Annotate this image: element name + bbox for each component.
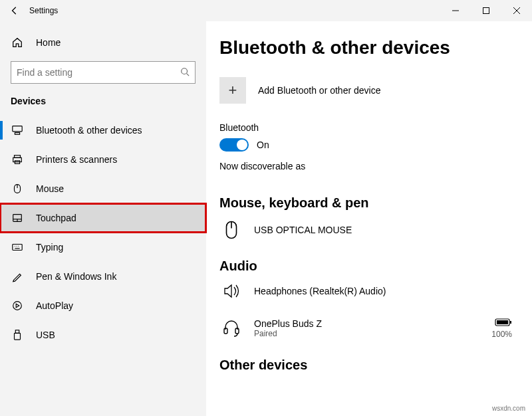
svg-rect-4	[13, 126, 22, 132]
svg-point-15	[15, 246, 15, 247]
devicelist-icon	[11, 124, 24, 136]
device-row-headphones[interactable]: Headphones (Realtek(R) Audio)	[219, 283, 512, 299]
sidebar-item-label: Typing	[36, 242, 63, 253]
sidebar-item-usb[interactable]: USB	[0, 320, 206, 350]
mouse-icon	[11, 183, 24, 195]
battery-status: 100%	[491, 318, 512, 339]
search-field[interactable]	[17, 67, 180, 78]
svg-point-16	[17, 246, 17, 247]
watermark: wsxdn.com	[492, 405, 525, 412]
discoverable-text: Now discoverable as	[219, 161, 512, 171]
bluetooth-heading: Bluetooth	[219, 122, 512, 133]
svg-rect-21	[15, 333, 21, 340]
sidebar-item-printers[interactable]: Printers & scanners	[0, 145, 206, 174]
sidebar-item-bluetooth[interactable]: Bluetooth & other devices	[0, 116, 206, 145]
sidebar-item-label: Touchpad	[36, 213, 76, 223]
svg-line-3	[187, 73, 190, 76]
search-input[interactable]	[11, 61, 196, 84]
sidebar-item-touchpad[interactable]: Touchpad	[0, 203, 206, 233]
close-button[interactable]	[501, 0, 532, 21]
section-audio-heading: Audio	[219, 259, 512, 274]
device-row-mouse[interactable]: USB OPTICAL MOUSE	[219, 220, 512, 240]
device-name: USB OPTICAL MOUSE	[254, 225, 512, 235]
home-button[interactable]: Home	[0, 28, 206, 57]
sidebar-item-label: Mouse	[36, 183, 64, 194]
svg-rect-27	[497, 320, 508, 324]
page-title: Bluetooth & other devices	[219, 37, 512, 58]
bluetooth-toggle[interactable]	[219, 138, 249, 152]
autoplay-icon	[11, 300, 24, 312]
back-button[interactable]	[0, 0, 29, 21]
sidebar-item-typing[interactable]: Typing	[0, 233, 206, 262]
search-icon	[180, 67, 190, 78]
home-icon	[11, 37, 24, 49]
section-mouse-heading: Mouse, keyboard & pen	[219, 195, 512, 211]
device-row-buds[interactable]: OnePlus Buds Z Paired 100%	[219, 318, 512, 339]
svg-rect-20	[15, 330, 19, 334]
sidebar-item-label: Pen & Windows Ink	[36, 271, 116, 282]
minimize-button[interactable]	[440, 0, 471, 21]
maximize-button[interactable]	[471, 0, 501, 21]
printer-icon	[11, 154, 24, 165]
headset-icon	[219, 319, 243, 338]
device-name: OnePlus Buds Z	[254, 318, 481, 329]
battery-percent: 100%	[491, 330, 512, 339]
sidebar-item-label: AutoPlay	[36, 300, 73, 311]
svg-rect-28	[510, 321, 511, 324]
touchpad-icon	[11, 212, 24, 224]
battery-icon	[495, 318, 512, 328]
svg-point-17	[18, 246, 19, 247]
sidebar-item-label: Printers & scanners	[36, 154, 117, 165]
plus-icon: +	[219, 77, 246, 104]
device-status: Paired	[254, 329, 481, 338]
svg-rect-7	[13, 157, 22, 161]
speaker-icon	[219, 283, 243, 299]
sidebar: Home Devices Bluetooth & other devices	[0, 21, 206, 416]
sidebar-item-pen[interactable]: Pen & Windows Ink	[0, 262, 206, 291]
window-title: Settings	[29, 6, 58, 15]
add-device-label: Add Bluetooth or other device	[258, 85, 380, 96]
sidebar-item-label: Bluetooth & other devices	[36, 125, 142, 136]
svg-point-19	[13, 302, 22, 310]
sidebar-item-autoplay[interactable]: AutoPlay	[0, 291, 206, 320]
device-name: Headphones (Realtek(R) Audio)	[254, 286, 512, 296]
keyboard-icon	[11, 241, 24, 253]
sidebar-section-label: Devices	[0, 90, 206, 116]
mouse-icon	[219, 220, 243, 240]
add-device-button[interactable]: + Add Bluetooth or other device	[219, 77, 512, 104]
svg-rect-14	[13, 245, 22, 251]
svg-rect-5	[15, 133, 19, 135]
sidebar-item-mouse[interactable]: Mouse	[0, 174, 206, 203]
svg-rect-1	[483, 8, 489, 14]
section-other-heading: Other devices	[219, 358, 512, 373]
home-label: Home	[36, 37, 61, 48]
pen-icon	[11, 270, 24, 282]
svg-point-2	[182, 68, 188, 74]
usb-icon	[11, 329, 24, 341]
main-panel: Bluetooth & other devices + Add Bluetoot…	[206, 21, 532, 416]
window-controls	[440, 0, 532, 21]
sidebar-item-label: USB	[36, 330, 55, 340]
bluetooth-state: On	[257, 140, 269, 150]
titlebar: Settings	[0, 0, 532, 21]
